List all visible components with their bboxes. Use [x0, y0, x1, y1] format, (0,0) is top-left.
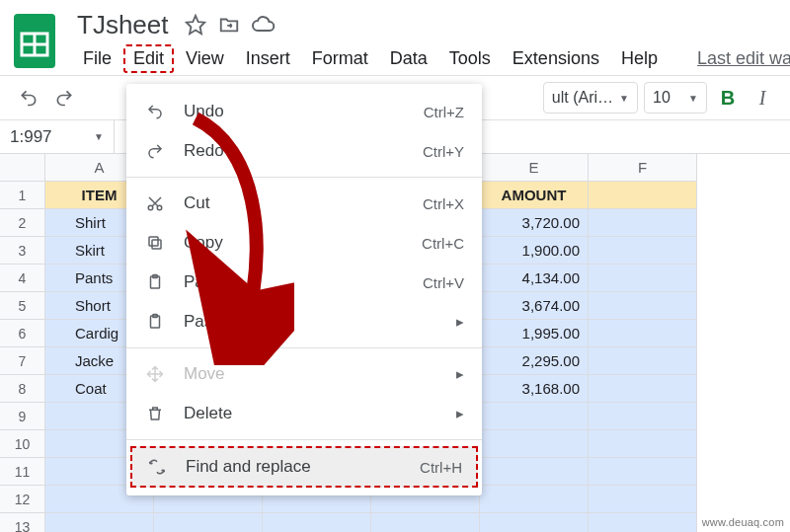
cell[interactable]	[589, 458, 697, 486]
cell[interactable]	[589, 347, 697, 375]
menu-label: Delete	[184, 404, 438, 423]
cell[interactable]: 4,134.00	[480, 265, 589, 292]
menu-move: Move ▸	[126, 354, 482, 394]
col-header[interactable]: E	[480, 154, 589, 182]
row-header[interactable]: 2	[0, 209, 45, 237]
cell[interactable]: AMOUNT	[480, 182, 589, 209]
row-header[interactable]: 10	[0, 430, 45, 458]
cell[interactable]	[589, 403, 697, 430]
sheets-logo[interactable]	[14, 14, 55, 71]
cell[interactable]	[263, 513, 371, 532]
star-icon[interactable]	[185, 14, 206, 36]
cell[interactable]: 2,295.00	[480, 347, 589, 375]
row-header[interactable]: 6	[0, 320, 45, 347]
menu-shortcut: Ctrl+Y	[423, 143, 464, 160]
cell[interactable]	[589, 182, 697, 209]
row-header[interactable]: 8	[0, 375, 45, 403]
cell[interactable]	[589, 513, 697, 532]
row-header[interactable]: 3	[0, 237, 45, 265]
undo-icon[interactable]	[14, 83, 43, 113]
italic-button[interactable]: I	[749, 87, 776, 110]
name-box-value: 1:997	[10, 127, 52, 147]
move-folder-icon[interactable]	[218, 14, 240, 36]
menu-label: Copy	[184, 233, 404, 253]
menu-shortcut: Ctrl+V	[423, 274, 464, 291]
chevron-down-icon: ▼	[94, 131, 104, 142]
col-header[interactable]: F	[589, 154, 697, 182]
cell[interactable]	[371, 513, 480, 532]
cell[interactable]: 3,674.00	[480, 292, 589, 320]
cell[interactable]	[589, 237, 697, 265]
menu-view[interactable]: View	[176, 44, 234, 73]
menu-tools[interactable]: Tools	[439, 44, 501, 73]
submenu-arrow-icon: ▸	[456, 365, 464, 383]
row-header[interactable]: 7	[0, 347, 45, 375]
cell[interactable]	[480, 486, 589, 513]
menu-cut[interactable]: Cut Ctrl+X	[126, 184, 482, 223]
undo-icon	[144, 103, 166, 120]
cell[interactable]	[589, 320, 697, 347]
menu-copy[interactable]: Copy Ctrl+C	[126, 223, 482, 263]
row-header[interactable]: 4	[0, 265, 45, 292]
menu-label: Paste	[184, 272, 405, 292]
font-size-value: 10	[653, 89, 671, 107]
row-header[interactable]: 12	[0, 486, 45, 513]
cell[interactable]	[589, 209, 697, 237]
cell[interactable]: 1,900.00	[480, 237, 589, 265]
cell[interactable]: 3,168.00	[480, 375, 589, 403]
font-family-select[interactable]: ult (Ari… ▼	[543, 82, 638, 114]
redo-icon[interactable]	[49, 83, 79, 113]
menu-label: Undo	[184, 102, 406, 121]
cell[interactable]	[480, 458, 589, 486]
menu-find-replace[interactable]: Find and replace Ctrl+H	[130, 446, 478, 488]
document-title[interactable]: TJsheet	[73, 10, 173, 40]
row-header[interactable]: 9	[0, 403, 45, 430]
cell[interactable]	[589, 430, 697, 458]
menu-delete[interactable]: Delete ▸	[126, 394, 482, 433]
menu-shortcut: Ctrl+C	[422, 235, 464, 252]
menu-shortcut: Ctrl+Z	[424, 104, 464, 120]
paste-special-icon	[144, 313, 166, 331]
cell[interactable]	[589, 375, 697, 403]
svg-rect-7	[152, 240, 161, 249]
submenu-arrow-icon: ▸	[456, 405, 464, 422]
cell[interactable]	[480, 513, 589, 532]
menu-insert[interactable]: Insert	[236, 44, 300, 73]
menu-separator	[126, 439, 482, 440]
menu-paste[interactable]: Paste Ctrl+V	[126, 263, 482, 302]
menu-redo[interactable]: Redo Ctrl+Y	[126, 131, 482, 171]
cell[interactable]	[589, 265, 697, 292]
menu-edit[interactable]: Edit	[123, 44, 174, 73]
cell[interactable]: 3,720.00	[480, 209, 589, 237]
cell[interactable]	[154, 513, 263, 532]
menu-shortcut: Ctrl+X	[423, 195, 464, 212]
edit-menu-dropdown: Undo Ctrl+Z Redo Ctrl+Y Cut Ctrl+X Copy …	[126, 84, 482, 495]
menu-data[interactable]: Data	[380, 44, 437, 73]
svg-rect-8	[149, 237, 158, 246]
copy-icon	[144, 234, 166, 252]
redo-icon	[144, 142, 166, 160]
paste-icon	[144, 273, 166, 291]
cloud-status-icon[interactable]	[252, 13, 276, 37]
cell[interactable]	[480, 430, 589, 458]
font-size-select[interactable]: 10 ▼	[644, 82, 707, 114]
name-box[interactable]: 1:997 ▼	[0, 120, 115, 153]
cell[interactable]: 1,995.00	[480, 320, 589, 347]
bold-button[interactable]: B	[713, 87, 743, 110]
menu-extensions[interactable]: Extensions	[503, 44, 609, 73]
row-header[interactable]: 11	[0, 458, 45, 486]
row-header[interactable]: 5	[0, 292, 45, 320]
menu-paste-special[interactable]: Paste special ▸	[126, 302, 482, 342]
select-all-corner[interactable]	[0, 154, 45, 182]
last-edit-link[interactable]: Last edit wa…	[687, 44, 790, 73]
menu-file[interactable]: File	[73, 44, 121, 73]
cell[interactable]	[45, 513, 154, 532]
row-header[interactable]: 13	[0, 513, 45, 532]
cell[interactable]	[589, 292, 697, 320]
menu-help[interactable]: Help	[611, 44, 668, 73]
menu-undo[interactable]: Undo Ctrl+Z	[126, 92, 482, 131]
cell[interactable]	[480, 403, 589, 430]
cell[interactable]	[589, 486, 697, 513]
row-header[interactable]: 1	[0, 182, 45, 209]
menu-format[interactable]: Format	[302, 44, 378, 73]
